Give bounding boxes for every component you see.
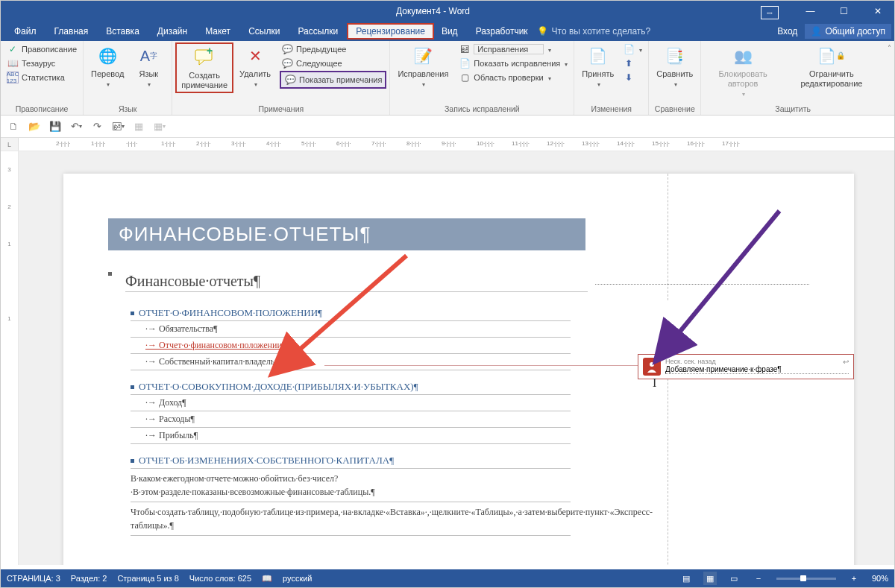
group-comments: +Создать примечание ✕Удалить 💬Предыдущее…	[172, 41, 390, 115]
status-page[interactable]: СТРАНИЦА: 3	[7, 574, 60, 583]
prev-comment-button[interactable]: 💬Предыдущее	[280, 42, 386, 56]
status-pageof[interactable]: Страница 5 из 8	[117, 574, 178, 583]
tell-me-box[interactable]: 💡Что вы хотите сделать?	[537, 26, 651, 37]
pane-icon: ▢	[459, 72, 471, 83]
tab-developer[interactable]: Разработчик	[467, 23, 537, 39]
undo-button[interactable]: ↶▾	[69, 120, 83, 133]
doc-title[interactable]: ФИНАНСОВЫЕ·ОТЧЕТЫ¶	[108, 218, 585, 250]
horizontal-ruler[interactable]: L 2·|·|·|·1·|·|·|··|·|·|·1·|·|·|·2·|·|·|…	[1, 138, 894, 151]
new-doc-button[interactable]: 🗋	[7, 120, 20, 133]
close-button[interactable]: ✕	[861, 1, 894, 22]
compare-button[interactable]: 📑Сравнить	[653, 42, 696, 90]
doc-paragraph[interactable]: Чтобы·создать·таблицу,·подобную·таблице·…	[131, 502, 571, 536]
accept-button[interactable]: 📄Принять	[579, 42, 617, 90]
tab-design[interactable]: Дизайн	[148, 23, 196, 39]
statusbar: СТРАНИЦА: 3 Раздел: 2 Страница 5 из 8 Чи…	[1, 569, 894, 587]
style3-button[interactable]: ▦▾	[153, 120, 166, 133]
redo-button[interactable]: ↷	[90, 120, 104, 133]
show-comments-button[interactable]: 💬Показать примечания	[280, 71, 386, 89]
doc-paragraph[interactable]: В·каком·ежегодном·отчете·можно·обойтись·…	[131, 468, 571, 502]
doc-row-highlighted[interactable]: ·→ Отчет·о·финансовом·положении¶	[131, 337, 571, 353]
tab-insert[interactable]: Вставка	[97, 23, 148, 39]
titlebar: Документ4 - Word ▭ — ☐ ✕	[1, 1, 894, 22]
stats-icon: ABC123	[7, 72, 19, 83]
print-layout-button[interactable]: ▦	[703, 572, 717, 585]
proof-icon[interactable]: 📖	[262, 574, 272, 584]
next-change-icon: ⬇	[623, 72, 635, 83]
group-proofing: ✓Правописание 📖Тезаурус ABC123Статистика…	[1, 41, 84, 115]
comment-text[interactable]: Добавляем·примечание·к·фразе¶	[665, 365, 849, 374]
markup-icon: 📄	[459, 57, 471, 69]
group-label: Сравнение	[653, 103, 696, 115]
stats-button[interactable]: ABC123Статистика	[5, 71, 78, 84]
open-button[interactable]: 📂	[28, 120, 41, 133]
tab-file[interactable]: Файл	[5, 23, 45, 39]
next-comment-button[interactable]: 💬Следующее	[280, 57, 386, 70]
spelling-button[interactable]: ✓Правописание	[5, 42, 78, 56]
translate-button[interactable]: 🌐Перевод	[88, 42, 127, 90]
section-heading[interactable]: ОТЧЕТ·О·СОВОКУПНОМ·ДОХОДЕ·(ПРИБЫЛЯХ·И·УБ…	[131, 381, 571, 393]
style-button[interactable]: 🗟▾	[111, 120, 125, 133]
zoom-in-button[interactable]: +	[847, 574, 861, 583]
doc-row[interactable]: ·→ Расходы¶	[131, 411, 571, 427]
ribbon-display-btn[interactable]: ▭	[761, 6, 779, 19]
collapse-ribbon-icon[interactable]: ˄	[888, 44, 891, 52]
doc-row[interactable]: ·→ Доход¶	[131, 394, 571, 411]
tab-references[interactable]: Ссылки	[239, 23, 289, 39]
accept-icon: 📄	[586, 44, 610, 68]
zoom-slider[interactable]	[776, 578, 836, 580]
status-language[interactable]: русский	[283, 574, 312, 583]
compare-icon: 📑	[663, 44, 687, 68]
status-words[interactable]: Число слов: 625	[189, 574, 251, 583]
read-mode-button[interactable]: ▤	[679, 572, 693, 585]
prev-change-button[interactable]: ⬆	[621, 57, 644, 70]
minimize-button[interactable]: —	[794, 1, 827, 22]
group-language: 🌐Перевод A字Язык Язык	[84, 41, 172, 115]
share-button[interactable]: 👤Общий доступ	[805, 24, 891, 39]
status-section[interactable]: Раздел: 2	[71, 574, 107, 583]
tab-selector[interactable]: L	[1, 138, 19, 151]
avatar-icon	[643, 358, 661, 376]
signin-button[interactable]: Вход	[770, 23, 805, 39]
show-markup-button[interactable]: 📄Показать исправления	[457, 57, 569, 70]
bulb-icon: 💡	[537, 26, 548, 37]
tab-review[interactable]: Рецензирование	[347, 23, 434, 39]
comment-balloon[interactable]: Неск. сек. назад Добавляем·примечание·к·…	[638, 354, 854, 379]
reviewing-pane-button[interactable]: ▢Область проверки	[457, 71, 569, 84]
tab-home[interactable]: Главная	[45, 23, 98, 39]
block-authors-button[interactable]: 👥Блокировать авторов	[706, 42, 780, 101]
web-layout-button[interactable]: ▭	[727, 572, 741, 585]
track-changes-button[interactable]: 📝Исправления	[395, 42, 451, 90]
tab-layout[interactable]: Макет	[196, 23, 239, 39]
style2-button[interactable]: ▦	[132, 120, 145, 133]
delete-comment-button[interactable]: ✕Удалить	[236, 42, 274, 90]
maximize-button[interactable]: ☐	[827, 1, 861, 22]
group-protect: 👥Блокировать авторов 📄🔒Ограничить редакт…	[701, 41, 885, 115]
restrict-edit-button[interactable]: 📄🔒Ограничить редактирование	[783, 42, 880, 90]
ribbon: ✓Правописание 📖Тезаурус ABC123Статистика…	[1, 41, 894, 116]
reject-button[interactable]: 📄	[621, 42, 644, 56]
zoom-level[interactable]: 90%	[872, 574, 888, 583]
vertical-ruler[interactable]: 3211	[1, 151, 19, 565]
doc-row[interactable]: ·→ Прибыль¶	[131, 427, 571, 444]
thesaurus-button[interactable]: 📖Тезаурус	[5, 57, 78, 70]
language-button[interactable]: A字Язык	[130, 42, 167, 90]
display-dropdown[interactable]: 🗟Исправления	[457, 42, 569, 56]
doc-row[interactable]: ·→ Обязательства¶	[131, 320, 571, 337]
tab-view[interactable]: Вид	[433, 23, 467, 39]
doc-row[interactable]: ·→ Собственный·капитал·владельцев¶	[131, 353, 571, 370]
group-compare: 📑Сравнить Сравнение	[649, 41, 701, 115]
group-label: Защитить	[706, 103, 880, 115]
spelling-icon: ✓	[7, 43, 19, 55]
doc-heading[interactable]: Финансовые·отчеты¶	[125, 273, 588, 292]
new-comment-button[interactable]: +Создать примечание	[175, 42, 233, 93]
language-icon: A字	[136, 44, 160, 68]
reply-icon[interactable]: ↩	[843, 358, 849, 366]
zoom-out-button[interactable]: −	[751, 574, 766, 583]
next-change-button[interactable]: ⬇	[621, 71, 644, 84]
ribbon-tabs: Файл Главная Вставка Дизайн Макет Ссылки…	[1, 22, 894, 41]
section-heading[interactable]: ОТЧЕТ·ОБ·ИЗМЕНЕНИЯХ·СОБСТВЕННОГО·КАПИТАЛ…	[131, 455, 571, 467]
tab-mailings[interactable]: Рассылки	[289, 23, 347, 39]
save-button[interactable]: 💾	[48, 120, 62, 133]
section-heading[interactable]: ОТЧЕТ·О·ФИНАНСОВОМ·ПОЛОЖЕНИИ¶	[131, 307, 571, 319]
